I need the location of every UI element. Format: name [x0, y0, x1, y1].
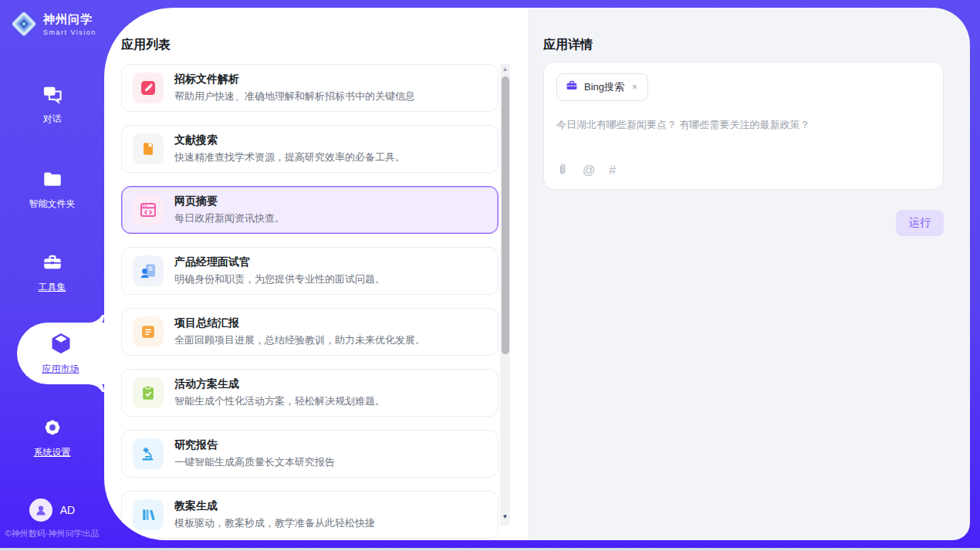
sidebar-item-system-settings[interactable]: 系统设置	[0, 414, 104, 461]
hash-icon[interactable]: #	[609, 164, 616, 177]
brand-name: 神州问学	[43, 12, 96, 27]
app-item-desc: 明确身份和职责，为您提供专业性的面试问题。	[174, 272, 385, 286]
user-chip[interactable]: AD	[0, 499, 104, 522]
person-icon	[29, 499, 52, 522]
app-item-web-summary[interactable]: 网页摘要每日政府新闻资讯快查。	[121, 186, 498, 234]
app-window: 神州问学 Smart Vision 对话智能文件夹工具集应用市场系统设置 AD …	[0, 0, 980, 551]
app-item-title: 产品经理面试官	[174, 255, 385, 269]
sidebar-item-label: 对话	[43, 113, 62, 126]
prompt-text[interactable]: 今日湖北有哪些新闻要点？ 有哪些需要关注的最新政策？	[556, 118, 931, 162]
sidebar-item-toolset[interactable]: 工具集	[0, 248, 104, 296]
brand-logo-icon	[10, 10, 38, 38]
sidebar: 神州问学 Smart Vision 对话智能文件夹工具集应用市场系统设置 AD …	[0, 0, 104, 551]
prompt-toolbar: @ #	[556, 162, 931, 178]
app-item-desc: 帮助用户快速、准确地理解和解析招标书中的关键信息	[174, 90, 415, 103]
app-item-title: 网页摘要	[174, 194, 285, 208]
app-item-desc: 模板驱动，教案秒成，教学准备从此轻松快捷	[174, 516, 375, 530]
sidebar-item-app-market[interactable]: 应用市场	[17, 323, 104, 384]
book-icon	[133, 134, 164, 164]
app-item-title: 活动方案生成	[174, 377, 385, 391]
gear-icon	[42, 417, 63, 441]
app-item-title: 招标文件解析	[174, 73, 415, 86]
browser-code-icon	[133, 194, 164, 225]
brand-tagline: Smart Vision	[43, 29, 96, 36]
edit-doc-icon	[133, 73, 164, 103]
app-item-title: 研究报告	[174, 438, 335, 452]
microscope-icon	[133, 438, 164, 469]
folder-icon	[42, 168, 63, 193]
app-item-desc: 智能生成个性化活动方案，轻松解决规划难题。	[174, 394, 385, 408]
app-list-title: 应用列表	[121, 37, 171, 53]
run-button[interactable]: 运行	[896, 210, 944, 236]
prompt-card: Bing搜索 × 今日湖北有哪些新闻要点？ 有哪些需要关注的最新政策？ @ #	[543, 62, 944, 190]
briefcase-icon	[566, 79, 578, 95]
app-detail-title: 应用详情	[543, 37, 593, 53]
app-item-bid-doc-parse[interactable]: 招标文件解析帮助用户快速、准确地理解和解析招标书中的关键信息	[121, 64, 498, 112]
app-list-panel: 应用列表 招标文件解析帮助用户快速、准确地理解和解析招标书中的关键信息文献搜索快…	[104, 8, 529, 540]
copyright: ©神州数码·神州问学出品	[0, 528, 104, 539]
content-area: 应用列表 招标文件解析帮助用户快速、准确地理解和解析招标书中的关键信息文献搜索快…	[104, 8, 970, 540]
app-item-event-plan-gen[interactable]: 活动方案生成智能生成个性化活动方案，轻松解决规划难题。	[121, 369, 498, 417]
mention-icon[interactable]: @	[583, 164, 595, 177]
app-item-title: 教案生成	[174, 499, 375, 513]
window-bottom-edge	[0, 548, 980, 551]
remove-tag-button[interactable]: ×	[630, 82, 639, 93]
app-item-desc: 全面回顾项目进展，总结经验教训，助力未来优化发展。	[174, 333, 425, 347]
app-item-research-report[interactable]: 研究报告一键智能生成高质量长文本研究报告	[121, 430, 498, 478]
brand-logo: 神州问学 Smart Vision	[10, 10, 96, 38]
sidebar-item-chat[interactable]: 对话	[0, 80, 104, 128]
tool-tag-label: Bing搜索	[584, 80, 624, 94]
sidebar-item-label: 系统设置	[34, 446, 71, 459]
app-item-literature-search[interactable]: 文献搜索快速精准查找学术资源，提高研究效率的必备工具。	[121, 125, 498, 173]
app-item-title: 文献搜索	[174, 134, 405, 147]
scrollbar-thumb[interactable]	[502, 76, 509, 354]
scroll-up-button[interactable]: ▲	[500, 64, 510, 75]
app-item-lesson-plan-gen[interactable]: 教案生成模板驱动，教案秒成，教学准备从此轻松快捷	[121, 491, 498, 539]
app-item-project-summary[interactable]: 项目总结汇报全面回顾项目进展，总结经验教训，助力未来优化发展。	[121, 308, 498, 356]
sidebar-item-label: 智能文件夹	[29, 198, 76, 211]
tool-tag-bing-search[interactable]: Bing搜索 ×	[556, 73, 648, 101]
summary-note-icon	[133, 316, 164, 347]
scroll-down-button[interactable]: ▼	[500, 512, 510, 522]
user-name: AD	[60, 504, 75, 516]
interviewer-icon	[133, 255, 164, 286]
scrollbar[interactable]: ▲ ▼	[500, 64, 510, 526]
chat-icon	[42, 83, 63, 108]
paperclip-icon[interactable]	[556, 162, 569, 178]
sidebar-item-label: 工具集	[39, 281, 66, 294]
app-item-desc: 快速精准查找学术资源，提高研究效率的必备工具。	[174, 150, 405, 164]
app-item-desc: 一键智能生成高质量长文本研究报告	[174, 455, 335, 469]
app-item-desc: 每日政府新闻资讯快查。	[174, 211, 285, 225]
app-detail-panel: 应用详情 Bing搜索 × 今日湖北有哪些新闻要点？ 有哪些需要关注的最新政策？	[529, 8, 970, 540]
app-item-pm-interviewer[interactable]: 产品经理面试官明确身份和职责，为您提供专业性的面试问题。	[121, 247, 498, 295]
app-list: 招标文件解析帮助用户快速、准确地理解和解析招标书中的关键信息文献搜索快速精准查找…	[121, 64, 499, 540]
clipboard-check-icon	[133, 377, 164, 408]
sidebar-item-smart-folder[interactable]: 智能文件夹	[0, 165, 104, 213]
cube-icon	[49, 332, 73, 358]
books-icon	[133, 499, 164, 530]
app-item-title: 项目总结汇报	[174, 316, 425, 330]
sidebar-item-label: 应用市场	[42, 363, 79, 376]
toolbox-icon	[42, 252, 63, 276]
